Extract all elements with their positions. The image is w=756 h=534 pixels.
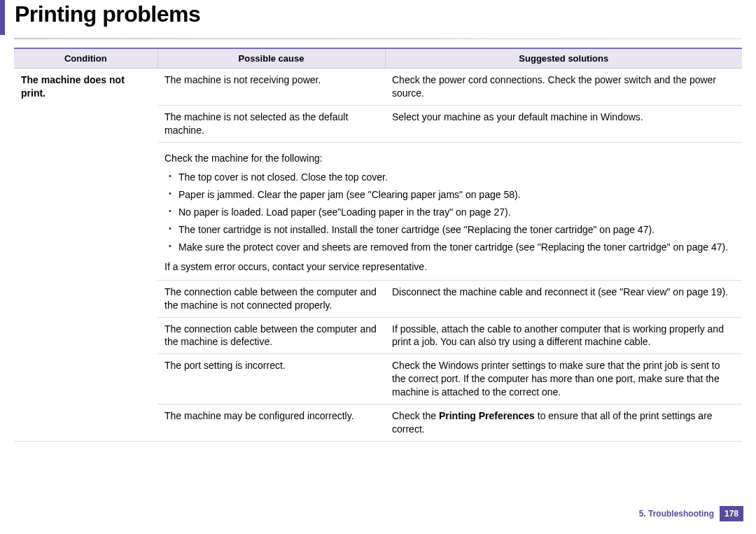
page-footer: 5. Troubleshooting 178 [639,506,743,521]
page-title: Printing problems [15,1,756,27]
cause-cell: The machine is not receiving power. [158,69,385,106]
solution-cell: Select your machine as your default mach… [385,105,742,142]
check-outro: If a system error occurs, contact your s… [164,260,735,274]
condition-cell: The machine does not print. [14,69,158,442]
solution-cell: Check the Printing Preferences to ensure… [385,405,742,442]
accent-bar [0,0,5,35]
cause-cell: The machine is not selected as the defau… [158,105,385,142]
cause-cell: The port setting is incorrect. [158,354,385,405]
solution-text-bold: Printing Preferences [439,410,535,421]
troubleshooting-table: Condition Possible cause Suggested solut… [14,48,742,442]
list-item: The top cover is not closed. Close the t… [164,169,735,186]
check-block-cell: Check the machine for the following: The… [158,142,742,280]
title-underline [14,38,742,39]
solution-cell: If possible, attach the cable to another… [385,317,742,354]
chapter-label: 5. Troubleshooting [639,509,714,519]
solution-cell: Check the power cord connections. Check … [385,69,742,106]
page-number: 178 [720,506,743,521]
cause-cell: The machine may be configured incorrectl… [158,405,385,442]
header-solution: Suggested solutions [385,48,742,69]
header-cause: Possible cause [158,48,385,69]
cause-cell: The connection cable between the compute… [158,317,385,354]
table-row: The machine does not print. The machine … [14,69,742,106]
content-area: Condition Possible cause Suggested solut… [14,48,742,442]
solution-cell: Disconnect the machine cable and reconne… [385,280,742,317]
list-item: Paper is jammed. Clear the paper jam (se… [164,186,735,204]
check-list: The top cover is not closed. Close the t… [164,169,735,255]
list-item: No paper is loaded. Load paper (see"Load… [164,204,735,221]
check-intro: Check the machine for the following: [164,152,735,165]
header-condition: Condition [14,48,158,69]
cause-cell: The connection cable between the compute… [158,280,385,317]
list-item: The toner cartridge is not installed. In… [164,221,735,239]
solution-text-pre: Check the [392,410,439,421]
solution-cell: Check the Windows printer settings to ma… [385,354,742,405]
list-item: Make sure the protect cover and sheets a… [164,239,735,256]
